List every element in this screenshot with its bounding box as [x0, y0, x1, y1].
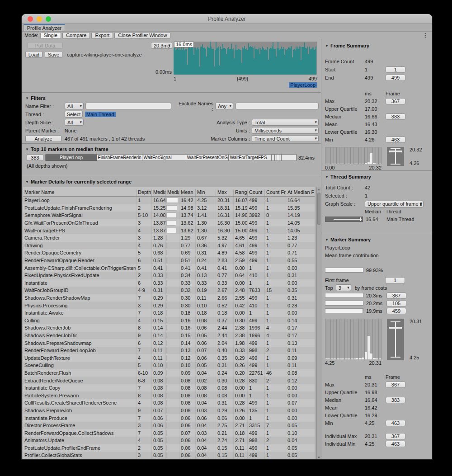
- marker-row[interactable]: BatchRenderer.Flush6-100.090.090.040.240…: [23, 369, 315, 377]
- load-button[interactable]: Load: [25, 51, 42, 58]
- zoom-window-button[interactable]: [46, 16, 51, 22]
- close-profiler-window-button[interactable]: Close Profiler Window: [114, 32, 170, 39]
- marker-row[interactable]: Shadows.PrepareJob90.070.080.030.290.261…: [23, 407, 315, 415]
- marker-row[interactable]: Shadows.RenderJobDir90.140.150.052.442.3…: [23, 332, 315, 339]
- range-scale-dropdown[interactable]: 20.3ms: [151, 42, 172, 49]
- titlebar[interactable]: Profile Analyzer: [22, 14, 432, 24]
- column-header[interactable]: Marker Name: [23, 189, 136, 196]
- marker-row[interactable]: RenderForwardOpaque.Render60.510.510.242…: [23, 257, 315, 264]
- top10-segment[interactable]: [282, 155, 296, 160]
- column-header[interactable]: At Median F: [286, 189, 315, 196]
- marker-row[interactable]: RenderForward.RenderLoopJob70.110.130.07…: [23, 347, 315, 354]
- column-header[interactable]: Range: [233, 189, 247, 196]
- marker-row[interactable]: PostLateUpdate.ProfilerEndFrame20.050.06…: [23, 444, 315, 452]
- marker-details-header[interactable]: ▼Marker Details for currently selected r…: [25, 178, 321, 185]
- marker-row[interactable]: WaitForJobGroupID4-90.310.320.192.672.48…: [23, 287, 315, 294]
- frame-time-chart[interactable]: [174, 42, 317, 75]
- marker-row[interactable]: Culling40.150.160.080.370.3049910.14: [23, 317, 315, 325]
- frame-jump-button[interactable]: 1: [385, 277, 405, 283]
- analyze-button[interactable]: Analyze: [25, 135, 61, 142]
- marker-row[interactable]: CullResults.CreateSharedRendererScene40.…: [23, 399, 315, 407]
- units-dropdown[interactable]: Milliseconds: [252, 127, 319, 134]
- marker-row[interactable]: UpdateDepthTexture40.110.120.060.350.294…: [23, 354, 315, 362]
- marker-row[interactable]: PlayerLoop116.6416.424.2520.3116.0749911…: [23, 197, 315, 204]
- marker-row[interactable]: WaitForTargetFPS413.8713.621.3016.3015.0…: [23, 226, 315, 234]
- marker-row[interactable]: ExtractRenderNodeQueue6-80.080.080.020.3…: [23, 377, 315, 384]
- marker-row[interactable]: Instantiate.Awake70.180.180.180.180.0011…: [23, 309, 315, 317]
- top10-segment[interactable]: WaitForSignal: [142, 155, 186, 160]
- frame-jump-button[interactable]: 463: [386, 137, 405, 143]
- marker-row[interactable]: SceneCulling50.100.100.050.310.2649910.1…: [23, 362, 315, 369]
- column-header[interactable]: Count: [247, 189, 264, 196]
- marker-row[interactable]: Shadows.RenderJob80.140.160.062.442.3819…: [23, 324, 315, 332]
- frame-jump-button[interactable]: 463: [386, 420, 405, 426]
- frame-summary-header[interactable]: ▼Frame Summary: [325, 42, 428, 49]
- marker-row[interactable]: PostLateUpdate.FinishFrameRendering215.2…: [23, 204, 315, 212]
- marker-row[interactable]: Shadows.PrepareShadowmap60.120.140.062.0…: [23, 339, 315, 347]
- frame-jump-button[interactable]: 459: [386, 308, 406, 314]
- thread-row-main[interactable]: 16.64 Main Thread: [325, 215, 428, 223]
- frame-jump-button[interactable]: 367: [386, 382, 405, 388]
- marker-row[interactable]: Gfx.WaitForPresentOnGfxThread313.8713.62…: [23, 219, 315, 227]
- top10-segment[interactable]: [272, 155, 275, 160]
- depth-slice-dropdown[interactable]: All: [65, 119, 84, 126]
- analysis-type-dropdown[interactable]: Total: [252, 119, 319, 126]
- name-filter-input[interactable]: [85, 103, 171, 109]
- mode-single-button[interactable]: Single: [40, 32, 61, 39]
- marker-row[interactable]: Instantiate.Copy70.080.080.080.080.00110…: [23, 384, 315, 392]
- export-button[interactable]: Export: [91, 32, 113, 39]
- marker-columns-dropdown[interactable]: Time and Count: [252, 135, 319, 142]
- column-header[interactable]: Mean: [179, 189, 195, 196]
- mode-compare-button[interactable]: Compare: [62, 32, 90, 39]
- top10-segment[interactable]: WaitForPresentOnG: [186, 155, 229, 160]
- frame-jump-button[interactable]: 383: [386, 397, 405, 403]
- table-scrollbar[interactable]: ▲ ▼: [316, 187, 321, 460]
- column-header[interactable]: Count Fra: [264, 189, 286, 196]
- frame-jump-button[interactable]: 367: [386, 98, 405, 104]
- exclude-mode-dropdown[interactable]: Any: [215, 103, 233, 109]
- top10-segment[interactable]: FinishFrameRenderin: [97, 155, 143, 160]
- marker-row[interactable]: Drawing40.760.770.364.974.6149910.77: [23, 242, 315, 250]
- marker-row[interactable]: RenderForwardOpaque.CollectShadows70.050…: [23, 429, 315, 437]
- marker-row[interactable]: Camera.Render31.281.290.675.324.6549911.…: [23, 234, 315, 242]
- scrollbar-thumb[interactable]: [317, 193, 320, 225]
- marker-row[interactable]: Render.OpaqueGeometry50.680.690.314.894.…: [23, 249, 315, 257]
- tab-profile-analyzer[interactable]: Profile Analyzer: [24, 24, 65, 31]
- marker-row[interactable]: Assembly-CSharp.dll!::Collectable.OnTrig…: [23, 264, 315, 272]
- marker-row[interactable]: Physics.Processing30.290.300.100.520.424…: [23, 302, 315, 309]
- marker-row[interactable]: Semaphore.WaitForSignal5-1014.0013.741.4…: [23, 212, 315, 219]
- median-frame-button[interactable]: 383: [27, 154, 43, 161]
- frame-jump-button[interactable]: 367: [386, 433, 405, 439]
- frame-jump-button[interactable]: 105: [386, 300, 406, 306]
- kebab-menu-icon[interactable]: ⋮: [423, 32, 428, 38]
- top10-segment[interactable]: PlayerLoop: [46, 155, 97, 160]
- column-header[interactable]: Max: [216, 189, 233, 196]
- pull-data-button[interactable]: Pull Data: [28, 42, 63, 49]
- filters-header[interactable]: ▼Filters: [25, 94, 319, 102]
- save-button[interactable]: Save: [45, 51, 62, 58]
- close-window-button[interactable]: [28, 16, 33, 22]
- column-header[interactable]: Min: [195, 189, 216, 196]
- frame-jump-button[interactable]: 367: [386, 292, 406, 299]
- marker-row[interactable]: Shadows.RenderShadowMap70.290.300.112.66…: [23, 294, 315, 302]
- scroll-up-icon[interactable]: ▲: [317, 188, 321, 191]
- marker-summary-header[interactable]: ▼Marker Summary: [325, 236, 428, 243]
- frame-jump-button[interactable]: 383: [386, 113, 405, 120]
- minimize-window-button[interactable]: [37, 16, 42, 22]
- marker-row[interactable]: ParticleSystem.Prewarm80.080.080.080.080…: [23, 391, 315, 399]
- column-header[interactable]: •Media: [151, 189, 165, 196]
- frame-jump-button[interactable]: 499: [386, 75, 405, 81]
- marker-row[interactable]: Instantiate.Produce70.060.060.060.060.00…: [23, 414, 315, 422]
- exclude-names-input[interactable]: [235, 103, 319, 109]
- name-filter-mode-dropdown[interactable]: All: [65, 103, 84, 109]
- column-header[interactable]: Depth: [136, 189, 151, 196]
- thread-select-button[interactable]: Select: [65, 111, 83, 118]
- top10-segment[interactable]: WaitForTargetFPS: [229, 155, 272, 160]
- marker-row[interactable]: Animators.Update40.050.060.042.742.71998…: [23, 437, 315, 444]
- column-header[interactable]: Media: [165, 189, 179, 196]
- marker-row[interactable]: FixedUpdate.PhysicsFixedUpdate20.330.340…: [23, 272, 315, 279]
- top10-header[interactable]: ▼Top 10 markers on median frame: [25, 146, 319, 153]
- frame-jump-button[interactable]: 463: [386, 441, 405, 447]
- marker-row[interactable]: Instantiate60.330.330.330.330.00110.00: [23, 279, 315, 287]
- graph-scale-dropdown[interactable]: Upper quartile of frame ti: [365, 201, 424, 207]
